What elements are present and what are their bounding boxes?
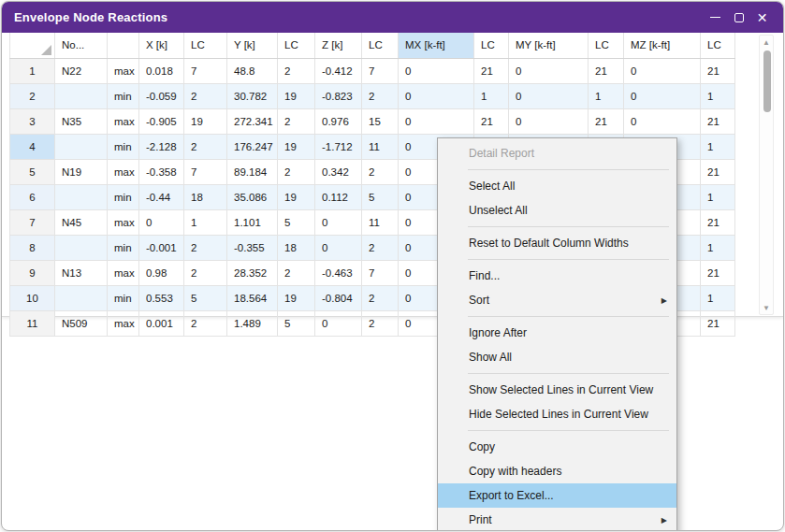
column-header-y-k[interactable]: Y [k] — [227, 33, 278, 58]
row-number-cell[interactable]: 9 — [10, 260, 55, 285]
table-cell[interactable]: 18 — [184, 184, 227, 209]
table-cell[interactable]: 19 — [278, 134, 315, 159]
menu-item-unselect-all[interactable]: Unselect All — [438, 198, 676, 223]
table-cell[interactable]: 0 — [624, 83, 701, 108]
table-cell[interactable]: min — [108, 285, 139, 310]
table-cell[interactable]: max — [108, 260, 139, 285]
table-cell[interactable]: max — [108, 108, 139, 134]
table-cell[interactable]: 2 — [184, 260, 227, 285]
maximize-button[interactable] — [727, 2, 750, 33]
table-cell[interactable]: 19 — [278, 83, 315, 108]
table-cell[interactable]: 0 — [509, 83, 589, 108]
table-cell[interactable]: 2 — [362, 235, 399, 260]
row-number-cell[interactable]: 7 — [10, 209, 55, 235]
table-cell[interactable]: 5 — [362, 184, 399, 209]
table-cell[interactable]: 18.564 — [227, 285, 278, 310]
scrollbar-track[interactable] — [760, 49, 773, 301]
table-cell[interactable]: 1 — [701, 83, 735, 108]
table-cell[interactable]: 2 — [278, 108, 315, 134]
table-cell[interactable]: 2 — [184, 134, 227, 159]
table-cell[interactable]: 1.101 — [227, 209, 278, 235]
table-cell[interactable]: min — [108, 235, 139, 260]
table-cell[interactable]: 30.782 — [227, 83, 278, 108]
table-cell[interactable]: 19 — [184, 108, 227, 134]
table-cell[interactable]: 21 — [474, 58, 509, 83]
row-number-cell[interactable]: 5 — [10, 159, 55, 184]
row-number-cell[interactable]: 10 — [10, 285, 55, 310]
table-cell[interactable]: -0.412 — [315, 58, 362, 83]
table-cell[interactable]: 2 — [184, 83, 227, 108]
table-cell[interactable]: 11 — [362, 209, 399, 235]
column-header-lc[interactable]: LC — [474, 33, 509, 58]
column-header-mz-k-ft[interactable]: MZ [k-ft] — [624, 33, 701, 58]
column-header-z-k[interactable]: Z [k] — [315, 33, 362, 58]
table-cell[interactable]: 7 — [362, 260, 399, 285]
menu-item-show-all[interactable]: Show All — [438, 345, 676, 369]
table-cell[interactable]: -0.358 — [139, 159, 184, 184]
column-header-lc[interactable]: LC — [278, 33, 315, 58]
table-cell[interactable]: -0.059 — [139, 83, 184, 108]
table-cell[interactable] — [55, 235, 108, 260]
table-cell[interactable]: 18 — [278, 235, 315, 260]
table-cell[interactable]: -0.001 — [139, 235, 184, 260]
column-header-no[interactable]: No... — [55, 33, 108, 58]
table-cell[interactable]: 35.086 — [227, 184, 278, 209]
column-header-x-k[interactable]: X [k] — [139, 33, 184, 58]
column-header-my-k-ft[interactable]: MY [k-ft] — [509, 33, 589, 58]
table-cell[interactable]: 176.247 — [227, 134, 278, 159]
table-cell[interactable]: -1.712 — [315, 134, 362, 159]
table-cell[interactable]: 0.98 — [139, 260, 184, 285]
column-header-lc[interactable]: LC — [362, 33, 399, 58]
minimize-button[interactable] — [704, 2, 727, 33]
row-number-cell[interactable]: 2 — [10, 83, 55, 108]
row-number-cell[interactable]: 8 — [10, 235, 55, 260]
menu-item-show-selected-lines-in-current-view[interactable]: Show Selected Lines in Current View — [438, 378, 676, 402]
select-all-corner-header[interactable] — [10, 33, 55, 58]
table-cell[interactable]: 0 — [399, 108, 474, 134]
table-cell[interactable]: min — [108, 134, 139, 159]
table-cell[interactable]: N13 — [55, 260, 108, 285]
table-cell[interactable]: -2.128 — [139, 134, 184, 159]
scrollbar-thumb[interactable] — [763, 50, 771, 112]
table-cell[interactable]: 21 — [701, 260, 735, 285]
table-cell[interactable]: 1.489 — [227, 310, 278, 336]
table-cell[interactable]: -0.823 — [315, 83, 362, 108]
table-cell[interactable]: -0.463 — [315, 260, 362, 285]
table-cell[interactable]: 0.976 — [315, 108, 362, 134]
table-cell[interactable]: 5 — [278, 209, 315, 235]
menu-item-reset-to-default-column-widths[interactable]: Reset to Default Column Widths — [438, 231, 676, 255]
table-cell[interactable]: 1 — [184, 209, 227, 235]
table-cell[interactable]: 7 — [184, 58, 227, 83]
menu-item-copy[interactable]: Copy — [438, 435, 676, 459]
table-cell[interactable]: 21 — [589, 108, 624, 134]
column-header-blank[interactable] — [108, 33, 139, 58]
table-cell[interactable]: 272.341 — [227, 108, 278, 134]
table-cell[interactable]: 2 — [362, 159, 399, 184]
table-cell[interactable]: 0 — [315, 209, 362, 235]
table-cell[interactable]: 0 — [624, 108, 701, 134]
table-cell[interactable]: 15 — [362, 108, 399, 134]
table-cell[interactable] — [55, 83, 108, 108]
table-cell[interactable]: 2 — [362, 310, 399, 336]
menu-item-copy-with-headers[interactable]: Copy with headers — [438, 459, 676, 483]
table-cell[interactable]: 19 — [278, 285, 315, 310]
menu-item-find[interactable]: Find... — [438, 264, 676, 288]
column-header-lc[interactable]: LC — [701, 33, 735, 58]
table-cell[interactable]: 2 — [278, 58, 315, 83]
table-cell[interactable]: 48.8 — [227, 58, 278, 83]
table-cell[interactable]: 2 — [184, 310, 227, 336]
table-cell[interactable]: N509 — [55, 310, 108, 336]
title-bar[interactable]: Envelope Node Reactions ✕ — [2, 2, 783, 33]
table-cell[interactable]: 2 — [184, 235, 227, 260]
table-cell[interactable]: 11 — [362, 134, 399, 159]
table-cell[interactable]: 0 — [139, 209, 184, 235]
table-cell[interactable]: 21 — [701, 209, 735, 235]
menu-item-export-to-excel[interactable]: Export to Excel... — [438, 483, 676, 508]
table-cell[interactable]: -0.44 — [139, 184, 184, 209]
table-cell[interactable]: 0.553 — [139, 285, 184, 310]
column-header-lc[interactable]: LC — [589, 33, 624, 58]
table-cell[interactable]: 5 — [278, 310, 315, 336]
row-number-cell[interactable]: 11 — [10, 310, 55, 336]
column-header-lc[interactable]: LC — [184, 33, 227, 58]
table-cell[interactable]: 2 — [362, 83, 399, 108]
